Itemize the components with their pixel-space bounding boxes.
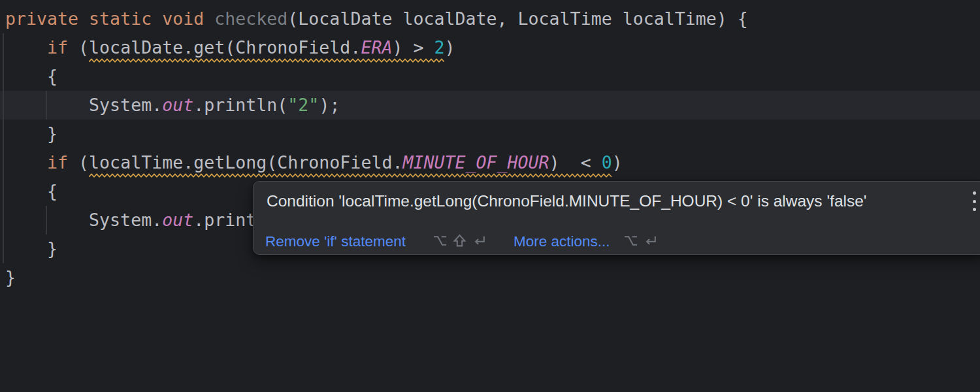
code-token: { (5, 181, 57, 201)
code-token: ERA (361, 37, 392, 57)
code-token: (localDate.get(ChronoField. (68, 37, 361, 57)
more-actions-link[interactable]: More actions... (514, 233, 610, 251)
option-icon (622, 232, 640, 250)
code-token: static (89, 8, 152, 29)
code-editor[interactable]: private static void checked(LocalDate lo… (0, 0, 980, 392)
code-token: (LocalDate localDate, LocalTime localTim… (287, 8, 747, 29)
code-token: private (5, 8, 78, 29)
code-token (152, 8, 162, 29)
code-token: out (162, 95, 193, 115)
code-token: ) (612, 152, 623, 172)
enter-icon (642, 232, 659, 250)
code-token: .println( (193, 95, 287, 115)
code-token: ); (319, 95, 340, 115)
code-token: ) > (392, 37, 434, 57)
code-token: 0 (602, 152, 612, 172)
code-token: ) < (549, 152, 602, 172)
code-line[interactable]: { (0, 62, 980, 91)
code-token: } (5, 238, 57, 259)
code-token: out (162, 210, 193, 230)
shift-icon (451, 232, 468, 250)
shortcut-option-shift-enter (431, 232, 488, 250)
code-line[interactable]: if (localTime.getLong(ChronoField.MINUTE… (0, 148, 980, 177)
enter-icon (470, 232, 488, 250)
code-token: } (5, 267, 16, 287)
code-token: void (162, 8, 204, 29)
code-token: checked (214, 8, 287, 29)
kebab-menu-icon[interactable] (970, 191, 979, 211)
remove-if-statement-link[interactable]: Remove 'if' statement (265, 233, 406, 251)
code-token (78, 8, 89, 29)
code-token: } (5, 123, 57, 144)
code-token (5, 37, 47, 57)
code-token: "2" (287, 95, 319, 115)
code-token: ) (445, 37, 455, 57)
code-token: 2 (434, 37, 444, 57)
code-token: System. (5, 210, 162, 230)
code-token: { (5, 66, 57, 86)
code-line[interactable]: } (0, 120, 980, 148)
code-token: MINUTE_OF_HOUR (402, 152, 549, 172)
code-token (5, 152, 47, 172)
code-token: if (47, 37, 68, 57)
code-token: (localTime.getLong(ChronoField. (68, 152, 402, 172)
code-token: System. (5, 95, 162, 115)
code-line[interactable]: if (localDate.get(ChronoField.ERA) > 2) (0, 33, 980, 62)
code-line[interactable]: System.out.println("2"); (0, 91, 980, 120)
tooltip-message: Condition 'localTime.getLong(ChronoField… (267, 192, 867, 210)
code-token: .print (193, 210, 256, 230)
code-token: if (47, 152, 68, 172)
option-icon (431, 232, 449, 250)
code-token (204, 8, 214, 29)
code-line[interactable]: } (0, 263, 980, 292)
shortcut-option-enter (622, 232, 659, 250)
inspection-tooltip: Condition 'localTime.getLong(ChronoField… (253, 181, 980, 255)
code-line[interactable]: private static void checked(LocalDate lo… (0, 5, 980, 33)
